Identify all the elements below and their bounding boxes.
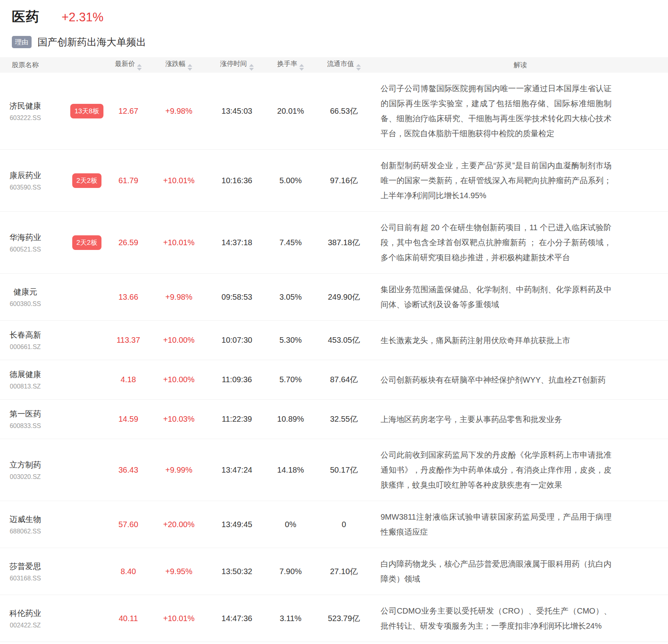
turnover-rate: 10.89% [266, 415, 315, 424]
change-percent: +10.01% [150, 614, 208, 623]
stock-code: 603222.SS [9, 115, 41, 122]
reason-line: 理由 国产创新药出海大单频出 [12, 36, 668, 49]
stock-code: 600521.SS [9, 246, 41, 253]
reason-text: 国产创新药出海大单频出 [38, 36, 146, 49]
sort-icon[interactable] [137, 64, 142, 71]
market-cap: 97.16亿 [315, 175, 373, 186]
limit-up-time: 13:47:24 [208, 466, 266, 475]
turnover-rate: 5.70% [266, 375, 315, 384]
market-cap: 0 [315, 520, 373, 529]
market-cap: 27.10亿 [315, 566, 373, 577]
market-cap: 523.79亿 [315, 613, 373, 624]
interpretation: 公司创新药板块有在研脑卒中神经保护剂WYY、抗血栓ZT创新药 [381, 372, 612, 387]
interpretation: 上海地区药房老字号，主要从事药品零售和批发业务 [381, 412, 612, 427]
table-row[interactable]: 德展健康000813.SZ 4.18 +10.00% 11:09:36 5.70… [0, 360, 668, 400]
interpretation-cell: 创新型制药研发企业，主要产品“苏灵”是目前国内血凝酶制剂市场唯一的国家一类新药，… [373, 158, 668, 203]
stock-table-body: 济民健康603222.SS 13天8板 12.67 +9.98% 13:45:0… [0, 73, 668, 642]
latest-price: 14.59 [107, 415, 150, 424]
latest-price: 26.59 [107, 238, 150, 247]
column-header-turnover-label: 换手率 [277, 60, 297, 68]
change-percent: +9.98% [150, 293, 208, 302]
stock-name[interactable]: 莎普爱思 [9, 561, 41, 572]
turnover-rate: 0% [266, 520, 315, 529]
table-row[interactable]: 科伦药业002422.SZ 40.11 +10.01% 14:47:36 3.1… [0, 595, 668, 642]
latest-price: 57.60 [107, 520, 150, 529]
interpretation: 公司CDMO业务主要以受托研发（CRO）、受托生产（CMO）、批件转让、研发专项… [381, 603, 612, 633]
interpretation: 公司目前有超 20 个在研生物创新药项目，11 个已进入临床试验阶段，其中包含全… [381, 220, 612, 265]
change-percent: +10.03% [150, 415, 208, 424]
table-row[interactable]: 第一医药600833.SS 14.59 +10.03% 11:22:39 10.… [0, 400, 668, 439]
sort-icon[interactable] [356, 64, 361, 71]
turnover-rate: 20.01% [266, 107, 315, 116]
sort-icon[interactable] [188, 64, 192, 71]
sort-icon[interactable] [299, 64, 304, 71]
table-header: 股票名称 最新价 涨跌幅 涨停时间 换手率 流通市值 解读 [0, 57, 668, 73]
limit-up-time: 10:16:36 [208, 176, 266, 185]
limit-up-time: 11:22:39 [208, 415, 266, 424]
interpretation: 白内障药物龙头，核心产品莎普爱思滴眼液属于眼科用药（抗白内障类）领域 [381, 556, 612, 586]
stock-name[interactable]: 德展健康 [9, 369, 41, 380]
stock-name[interactable]: 迈威生物 [9, 514, 41, 525]
interpretation-cell: 生长激素龙头，痛风新药注射用伏欣奇拜单抗获批上市 [373, 333, 668, 348]
stock-name[interactable]: 长春高新 [9, 330, 41, 340]
stock-name-cell: 立方制药003020.SZ [0, 460, 67, 481]
stock-name[interactable]: 第一医药 [9, 409, 41, 419]
stock-name[interactable]: 科伦药业 [9, 608, 41, 619]
stock-name[interactable]: 立方制药 [9, 460, 41, 470]
limit-up-badge: 2天2板 [72, 173, 102, 188]
limit-up-badge-cell: 2天2板 [67, 173, 107, 188]
sort-icon[interactable] [249, 64, 254, 71]
table-row[interactable]: 康辰药业603590.SS 2天2板 61.79 +10.01% 10:16:3… [0, 150, 668, 212]
table-row[interactable]: 济民健康603222.SS 13天8板 12.67 +9.98% 13:45:0… [0, 73, 668, 150]
table-row[interactable]: 莎普爱思603168.SS 8.40 +9.95% 13:50:32 7.90%… [0, 548, 668, 595]
turnover-rate: 3.11% [266, 614, 315, 623]
table-row[interactable]: 迈威生物688062.SS 57.60 +20.00% 13:49:45 0% … [0, 501, 668, 548]
column-header-limit-up-time[interactable]: 涨停时间 [208, 59, 266, 71]
table-row[interactable]: 华海药业600521.SS 2天2板 26.59 +10.01% 14:37:1… [0, 212, 668, 274]
column-header-change[interactable]: 涨跌幅 [150, 59, 208, 71]
table-row[interactable]: 健康元600380.SS 13.66 +9.98% 09:58:53 3.05%… [0, 274, 668, 321]
interpretation-cell: 公司CDMO业务主要以受托研发（CRO）、受托生产（CMO）、批件转让、研发专项… [373, 603, 668, 633]
limit-up-badge-cell: 2天2板 [67, 235, 107, 250]
latest-price: 13.66 [107, 293, 150, 302]
interpretation: 集团业务范围涵盖保健品、化学制剂、中药制剂、化学原料药及中间体、诊断试剂及设备等… [381, 282, 612, 312]
interpretation-cell: 公司此前收到国家药监局下发的丹皮酚《化学原料药上市申请批准通知书》，丹皮酚作为中… [373, 447, 668, 492]
stock-name-cell: 济民健康603222.SS [0, 101, 67, 122]
table-row[interactable]: 立方制药003020.SZ 36.43 +9.99% 13:47:24 14.1… [0, 439, 668, 501]
limit-up-badge-cell: 13天8板 [67, 104, 107, 118]
sector-header: 医药 +2.31% 理由 国产创新药出海大单频出 [0, 0, 668, 57]
stock-code: 603590.SS [9, 184, 41, 191]
stock-name-cell: 科伦药业002422.SZ [0, 608, 67, 629]
turnover-rate: 14.18% [266, 466, 315, 475]
market-cap: 66.53亿 [315, 106, 373, 116]
stock-name[interactable]: 健康元 [13, 287, 37, 297]
latest-price: 12.67 [107, 107, 150, 116]
stock-name[interactable]: 济民健康 [9, 101, 41, 111]
column-header-turnover[interactable]: 换手率 [266, 59, 315, 71]
market-cap: 87.64亿 [315, 374, 373, 385]
stock-name[interactable]: 华海药业 [9, 232, 41, 243]
limit-up-time: 14:37:18 [208, 238, 266, 247]
stock-name[interactable]: 康辰药业 [9, 170, 41, 181]
turnover-rate: 5.00% [266, 176, 315, 185]
column-header-change-label: 涨跌幅 [165, 60, 186, 68]
stock-code: 600833.SS [9, 422, 41, 430]
stock-code: 003020.SZ [10, 473, 41, 481]
table-row[interactable]: 长春高新000661.SZ 113.37 +10.00% 10:07:30 5.… [0, 321, 668, 360]
column-header-price-label: 最新价 [115, 60, 135, 68]
stock-name-cell: 华海药业600521.SS [0, 232, 67, 253]
change-percent: +9.99% [150, 466, 208, 475]
interpretation: 公司子公司博鳌国际医院拥有国内唯一一家通过日本国厚生省认证的国际再生医学实验室，… [381, 81, 612, 141]
column-header-interpretation: 解读 [373, 60, 668, 69]
stock-code: 600380.SS [9, 300, 41, 308]
latest-price: 40.11 [107, 614, 150, 623]
column-header-market-cap[interactable]: 流通市值 [315, 59, 373, 71]
market-cap: 32.55亿 [315, 414, 373, 424]
sector-page: 医药 +2.31% 理由 国产创新药出海大单频出 股票名称 最新价 涨跌幅 涨停… [0, 0, 668, 642]
limit-up-time: 10:07:30 [208, 336, 266, 345]
stock-name-cell: 第一医药600833.SS [0, 409, 67, 430]
sector-title: 医药 [12, 8, 39, 26]
interpretation-cell: 公司目前有超 20 个在研生物创新药项目，11 个已进入临床试验阶段，其中包含全… [373, 220, 668, 265]
change-percent: +10.00% [150, 375, 208, 384]
column-header-price[interactable]: 最新价 [107, 59, 150, 71]
